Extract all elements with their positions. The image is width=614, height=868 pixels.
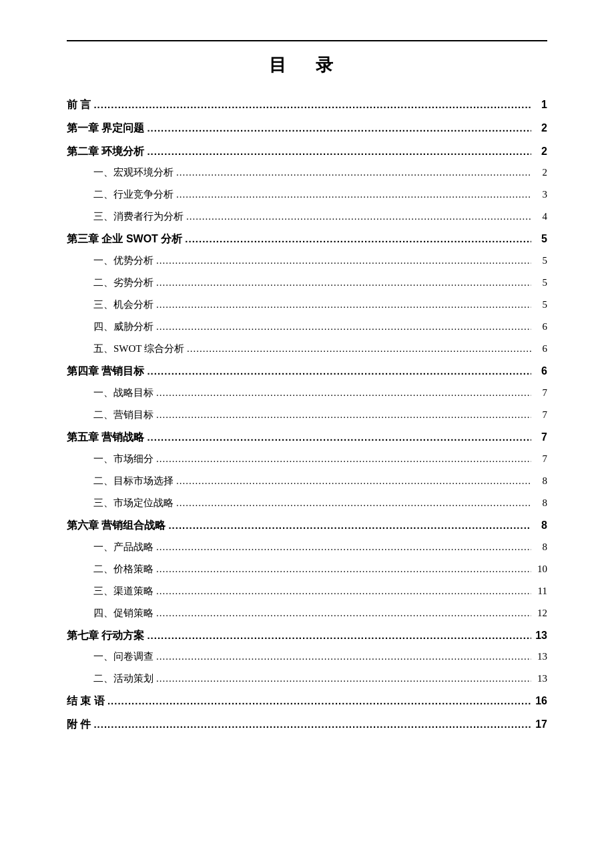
toc-label: 结 束 语 [67,692,105,711]
toc-label: 二、价格策略 [93,560,154,578]
toc-row: 一、优势分析5 [67,252,547,270]
toc-label: 一、优势分析 [93,252,154,270]
toc-dots [156,582,531,600]
toc-page-number: 4 [534,208,547,226]
toc-page-number: 1 [534,95,547,115]
toc-label: 三、机会分析 [93,296,154,314]
toc-label: 一、产品战略 [93,538,154,556]
toc-label: 三、渠道策略 [93,582,154,600]
toc-dots [185,230,531,248]
toc-page-number: 16 [534,692,547,711]
toc-dots [176,186,531,204]
toc-page-number: 2 [534,119,547,138]
toc-page-number: 7 [534,428,547,447]
toc-label: 第六章 营销组合战略 [67,516,166,535]
toc-row: 四、促销策略12 [67,604,547,622]
toc-row: 二、价格策略10 [67,560,547,578]
toc-dots [147,119,531,137]
toc-label: 四、威胁分析 [93,318,154,336]
toc-page-number: 11 [534,582,547,600]
toc-page-number: 2 [534,142,547,162]
toc-row: 第六章 营销组合战略8 [67,516,547,535]
toc-label: 二、劣势分析 [93,274,154,292]
toc-label: 二、行业竞争分析 [93,186,174,204]
toc-container: 前 言1第一章 界定问题2第二章 环境分析2一、宏观环境分析2二、行业竞争分析3… [67,95,547,734]
toc-page-number: 6 [534,362,547,381]
toc-dots [176,494,531,512]
toc-row: 二、行业竞争分析3 [67,186,547,204]
toc-dots [147,428,531,446]
toc-label: 二、目标市场选择 [93,472,174,490]
toc-page-number: 8 [534,538,547,556]
toc-row: 二、劣势分析5 [67,274,547,292]
toc-row: 结 束 语16 [67,692,547,711]
toc-dots [187,340,531,358]
toc-dots [156,604,531,622]
toc-label: 第四章 营销目标 [67,362,144,381]
toc-row: 一、市场细分7 [67,450,547,468]
toc-page-number: 13 [534,670,547,688]
toc-dots [93,95,531,114]
toc-row: 五、SWOT 综合分析6 [67,340,547,358]
toc-page-number: 10 [534,560,547,578]
toc-row: 第二章 环境分析2 [67,142,547,162]
toc-label: 前 言 [67,95,91,115]
toc-label: 一、宏观环境分析 [93,164,174,182]
toc-dots [156,450,531,468]
toc-row: 二、目标市场选择8 [67,472,547,490]
toc-row: 三、渠道策略11 [67,582,547,600]
toc-row: 前 言1 [67,95,547,115]
toc-dots [156,538,531,556]
toc-page-number: 3 [534,186,547,204]
toc-page-number: 2 [534,164,547,182]
toc-row: 第一章 界定问题2 [67,119,547,138]
toc-page-number: 5 [534,274,547,292]
toc-label: 第一章 界定问题 [67,119,144,138]
toc-row: 第五章 营销战略7 [67,428,547,447]
toc-row: 第七章 行动方案13 [67,626,547,646]
toc-page-number: 5 [534,230,547,249]
toc-row: 一、产品战略8 [67,538,547,556]
toc-page-number: 6 [534,340,547,358]
toc-dots [156,406,531,424]
toc-label: 四、促销策略 [93,604,154,622]
document-page: 目 录 前 言1第一章 界定问题2第二章 环境分析2一、宏观环境分析2二、行业竞… [0,0,614,868]
toc-row: 一、宏观环境分析2 [67,164,547,182]
toc-page-number: 7 [534,406,547,424]
toc-row: 三、市场定位战略8 [67,494,547,512]
toc-dots [156,384,531,402]
toc-row: 一、问卷调查13 [67,648,547,666]
toc-page-number: 8 [534,494,547,512]
toc-page-number: 8 [534,516,547,535]
toc-dots [147,362,531,380]
toc-page-number: 8 [534,472,547,490]
toc-label: 一、战略目标 [93,384,154,402]
toc-label: 三、消费者行为分析 [93,208,184,226]
toc-page-number: 7 [534,384,547,402]
toc-dots [156,296,531,314]
toc-dots [176,472,531,490]
toc-row: 三、消费者行为分析4 [67,208,547,226]
toc-label: 一、市场细分 [93,450,154,468]
toc-row: 四、威胁分析6 [67,318,547,336]
toc-label: 二、营销目标 [93,406,154,424]
toc-row: 三、机会分析5 [67,296,547,314]
toc-row: 第三章 企业 SWOT 分析5 [67,230,547,249]
toc-dots [186,208,531,226]
top-border [67,40,547,41]
toc-dots [156,648,531,666]
toc-label: 第二章 环境分析 [67,142,144,162]
toc-row: 一、战略目标7 [67,384,547,402]
toc-page-number: 5 [534,296,547,314]
toc-row: 第四章 营销目标6 [67,362,547,381]
toc-dots [156,274,531,292]
toc-label: 第七章 行动方案 [67,626,144,646]
toc-label: 一、问卷调查 [93,648,154,666]
toc-dots [107,692,531,710]
toc-label: 二、活动策划 [93,670,154,688]
toc-dots [147,626,531,644]
toc-row: 附 件17 [67,715,547,734]
toc-label: 三、市场定位战略 [93,494,174,512]
toc-page-number: 13 [534,648,547,666]
toc-label: 附 件 [67,715,91,734]
